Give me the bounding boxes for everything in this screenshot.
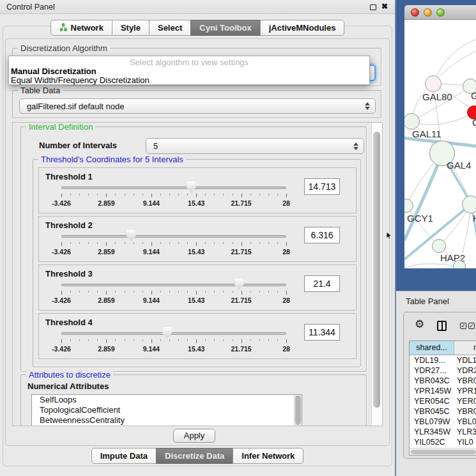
tab-style[interactable]: Style	[112, 20, 150, 36]
table-row[interactable]: YLR345WYLR3	[410, 427, 476, 437]
tick-mark	[151, 242, 152, 246]
tick-mark	[61, 339, 62, 343]
popup-option-equal-width-frequency[interactable]: Equal Width/Frequency Discretization	[11, 75, 150, 85]
table-row[interactable]: YBR045CYBR0	[410, 406, 476, 417]
cell-shared-name[interactable]: YBR043C	[410, 376, 454, 386]
zoom-traffic-light-icon[interactable]	[436, 8, 445, 17]
cell-name[interactable]: YPR1	[454, 386, 476, 396]
cell-shared-name[interactable]: YIL052C	[410, 437, 454, 447]
cell-name[interactable]: YLR3	[454, 427, 476, 437]
cell-shared-name[interactable]: YDL19...	[410, 355, 454, 365]
table-hscrollbar-thumb[interactable]	[411, 450, 476, 454]
tick-mark	[214, 291, 215, 293]
cell-name[interactable]: YER0	[454, 396, 476, 406]
threshold-slider-track[interactable]	[61, 284, 286, 286]
apply-button[interactable]: Apply	[173, 429, 215, 443]
table-row[interactable]: YDL19...YDL1	[410, 355, 476, 365]
threshold-value-field[interactable]: 21.4	[304, 275, 340, 292]
tick-mark	[88, 291, 89, 293]
tick-mark	[79, 194, 80, 196]
threshold-slider-track[interactable]	[61, 332, 286, 335]
minimize-traffic-light-icon[interactable]	[424, 8, 432, 17]
network-node[interactable]	[462, 196, 476, 213]
cell-shared-name[interactable]: YBR045C	[410, 406, 454, 417]
number-of-intervals-combo[interactable]: 5	[146, 138, 364, 154]
threshold-label: Threshold 1	[45, 172, 93, 181]
threshold-label: Threshold 3	[45, 269, 93, 279]
table-row[interactable]: YER054CYER0	[410, 396, 476, 406]
threshold-value-field[interactable]: 6.316	[304, 227, 340, 243]
threshold-slider-handle[interactable]	[234, 279, 244, 290]
cell-shared-name[interactable]: YER054C	[410, 396, 454, 406]
tick-mark	[169, 291, 170, 293]
threshold-slider-track[interactable]	[61, 187, 286, 189]
settings-scrollbar-thumb[interactable]	[373, 132, 380, 408]
threshold-slider-handle[interactable]	[187, 181, 196, 193]
float-window-icon[interactable]	[370, 4, 376, 10]
table-row[interactable]: YIL052CYIL0	[410, 437, 476, 447]
network-node[interactable]	[453, 260, 466, 268]
table-row[interactable]: YDR27...YDR2	[410, 365, 476, 376]
attribute-list-item[interactable]: SelfLoops	[32, 395, 302, 405]
table-data-group-label: Table Data	[18, 86, 63, 95]
close-traffic-light-icon[interactable]	[411, 8, 419, 17]
checkbox-icon[interactable]: ✓	[468, 323, 475, 329]
table-data-combo[interactable]: galFiltered.sif default node	[19, 98, 376, 114]
attributes-list[interactable]: SelfLoopsTopologicalCoefficientBetweenne…	[31, 394, 302, 426]
cell-name[interactable]: YBL0	[454, 417, 476, 427]
threshold-slider-handle[interactable]	[127, 230, 136, 242]
tab-infer-network[interactable]: Infer Network	[233, 448, 303, 464]
threshold-value-field[interactable]: 14.713	[304, 178, 340, 195]
table-hscrollbar[interactable]	[410, 448, 476, 455]
cell-shared-name[interactable]: YDR27...	[410, 365, 454, 376]
tick-label: 2.859	[98, 345, 114, 353]
slider-tick-labels: -3.4262.8599.14415.4321.71528	[61, 248, 286, 256]
tick-mark	[106, 194, 107, 197]
discretization-algorithm-group-label: Discretization Algorithm	[18, 43, 110, 53]
tab-cyni-toolbox[interactable]: Cyni Toolbox	[190, 20, 260, 36]
checkbox-icon[interactable]: ✓	[460, 323, 466, 329]
table-row[interactable]: YBR043CYBR0	[410, 376, 476, 386]
settings-scrollbar[interactable]	[371, 123, 382, 426]
tab-impute-data[interactable]: Impute Data	[91, 448, 157, 464]
table-row[interactable]: YBL079WYBL0	[410, 417, 476, 427]
cell-name[interactable]: YDL1	[454, 355, 476, 365]
tick-label: 2.859	[98, 199, 114, 207]
tick-mark	[196, 291, 197, 295]
column-header-shared-name[interactable]: shared...	[410, 341, 454, 355]
popup-option-manual-discretization[interactable]: Manual Discretization	[11, 66, 96, 76]
threshold-slider-handle[interactable]	[162, 327, 172, 339]
tab-discretize-data[interactable]: Discretize Data	[156, 448, 233, 464]
cell-shared-name[interactable]: YPR145W	[410, 386, 454, 396]
tick-mark	[268, 291, 269, 293]
gear-icon[interactable]: ⚙	[415, 319, 424, 330]
network-window-titlebar[interactable]	[404, 5, 476, 20]
threshold-slider-track[interactable]	[61, 235, 286, 238]
cell-name[interactable]: YBR0	[454, 376, 476, 386]
threshold-value-field[interactable]: 11.344	[304, 324, 340, 341]
network-node[interactable]	[425, 75, 441, 92]
attribute-list-item[interactable]: TopologicalCoefficient	[32, 405, 302, 415]
tick-mark	[250, 339, 251, 341]
cell-name[interactable]: YDR2	[454, 365, 476, 376]
attribute-list-item[interactable]: BetweennessCentrality	[32, 415, 302, 426]
tick-label: 2.859	[98, 296, 114, 304]
network-node[interactable]	[432, 239, 446, 253]
tab-select[interactable]: Select	[149, 20, 191, 36]
tick-mark	[286, 194, 287, 197]
column-header-name[interactable]: na	[454, 341, 476, 355]
tab-network[interactable]: Network	[50, 20, 112, 36]
cell-shared-name[interactable]: YBL079W	[410, 417, 454, 427]
table-row[interactable]: YPR145WYPR1	[410, 386, 476, 396]
cell-name[interactable]: YIL0	[454, 437, 476, 447]
cell-name[interactable]: YBR0	[454, 406, 476, 417]
numerical-attributes-label: Numerical Attributes	[27, 381, 109, 391]
tab-jactivemnodules[interactable]: jActiveMNodules	[260, 20, 345, 36]
cell-shared-name[interactable]: YLR345W	[410, 427, 454, 437]
close-icon[interactable]: ✖	[381, 2, 388, 11]
column-layout-icon[interactable]	[437, 321, 447, 331]
attributes-list-scrollbar[interactable]	[294, 395, 302, 426]
table-data-group: Table Data galFiltered.sif default node	[12, 90, 381, 118]
network-canvas[interactable]: GAL80GACGAL11GAL4GCY1HHAP2	[404, 20, 476, 268]
node-table[interactable]: shared... na YDL19...YDL1YDR27...YDR2YBR…	[409, 341, 476, 456]
